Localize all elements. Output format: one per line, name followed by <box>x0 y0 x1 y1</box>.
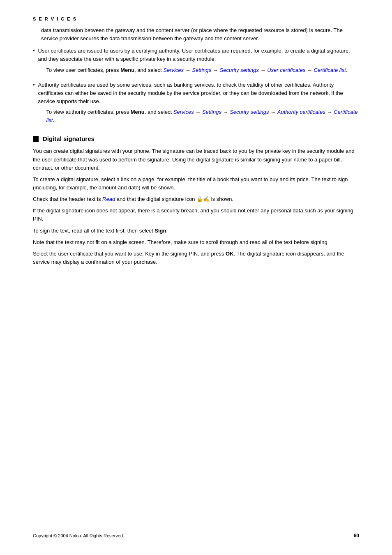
dig-sig-para6: Note that the text may not fit on a sing… <box>33 238 359 246</box>
bullet-content-auth-certs: Authority certificates are used by some … <box>38 81 359 129</box>
digital-sig-section: Digital signatures <box>33 135 359 142</box>
dig-sig-para5-suffix: . <box>166 228 168 234</box>
dig-sig-para3-middle: and that the digital signature icon <box>115 196 196 202</box>
bullet-content-user-certs: User certificates are issued to users by… <box>38 47 359 78</box>
auth-certs-nav-prefix: To view authority certificates, press <box>46 109 131 115</box>
user-certs-link[interactable]: User certificates <box>267 67 305 73</box>
dig-sig-para7: Select the user certificate that you wan… <box>33 250 359 266</box>
sign-bold: Sign <box>154 228 166 234</box>
services-link-1[interactable]: Services <box>163 67 184 73</box>
digital-sig-icon: 🔒✍ <box>196 196 210 202</box>
read-link[interactable]: Read <box>102 196 115 202</box>
security-settings-link-1[interactable]: Security settings <box>220 67 259 73</box>
dig-sig-para3: Check that the header text is Read and t… <box>33 195 359 203</box>
user-certs-text: User certificates are issued to users by… <box>38 48 350 62</box>
dig-sig-para2: To create a digital signature, select a … <box>33 175 359 192</box>
footer: Copyright © 2004 Nokia. All Rights Reser… <box>33 533 359 539</box>
dig-sig-para1: You can create digital signatures with y… <box>33 147 359 172</box>
bullet-item-auth-certs: • Authority certificates are used by som… <box>33 81 359 129</box>
footer-page-number: 60 <box>354 533 359 539</box>
user-certs-nav-middle: , and select <box>134 67 163 73</box>
arrow-1c: → <box>259 67 267 73</box>
arrow-2b: → <box>221 109 230 115</box>
page: S e r v i c e s data transmission betwee… <box>0 0 392 555</box>
digital-sig-title: Digital signatures <box>43 135 95 142</box>
auth-certs-nav-middle: , and select <box>145 109 173 115</box>
settings-link-1[interactable]: Settings <box>192 67 211 73</box>
arrow-1a: → <box>184 67 192 73</box>
security-settings-link-2[interactable]: Security settings <box>230 109 269 115</box>
dig-sig-para4: If the digital signature icon does not a… <box>33 207 359 223</box>
footer-copyright: Copyright © 2004 Nokia. All Rights Reser… <box>33 533 124 538</box>
dig-sig-para3-suffix: is shown. <box>210 196 233 202</box>
bullet-item-user-certs: • User certificates are issued to users … <box>33 47 359 78</box>
cert-list-link-1[interactable]: Certificate list <box>314 67 346 73</box>
intro-text: data transmission between the gateway an… <box>41 26 359 43</box>
section-header: S e r v i c e s <box>33 16 359 21</box>
dig-sig-para5-prefix: To sign the text, read all of the text f… <box>33 228 154 234</box>
bullet-dot-1: • <box>33 48 35 54</box>
section-square-icon <box>33 136 39 142</box>
auth-certs-nav: To view authority certificates, press Me… <box>46 108 359 124</box>
arrow-1d: → <box>305 67 314 73</box>
settings-link-2[interactable]: Settings <box>202 109 221 115</box>
auth-certs-text: Authority certificates are used by some … <box>38 82 343 104</box>
arrow-2a: → <box>194 109 202 115</box>
ok-bold: OK <box>226 251 234 257</box>
user-certs-nav: To view user certificates, press Menu, a… <box>46 66 359 74</box>
user-certs-nav-prefix: To view user certificates, press <box>46 67 121 73</box>
arrow-1b: → <box>211 67 219 73</box>
dig-sig-para5: To sign the text, read all of the text f… <box>33 227 359 235</box>
services-link-2[interactable]: Services <box>173 109 194 115</box>
dig-sig-para7-prefix: Select the user certificate that you wan… <box>33 251 226 257</box>
auth-certs-link[interactable]: Authority certificates <box>277 109 325 115</box>
user-certs-menu-bold: Menu <box>120 67 134 73</box>
auth-certs-menu-bold: Menu <box>131 109 145 115</box>
arrow-2c: → <box>269 109 277 115</box>
dig-sig-para3-prefix: Check that the header text is <box>33 196 102 202</box>
bullet-dot-2: • <box>33 82 35 88</box>
arrow-2d: → <box>325 109 334 115</box>
